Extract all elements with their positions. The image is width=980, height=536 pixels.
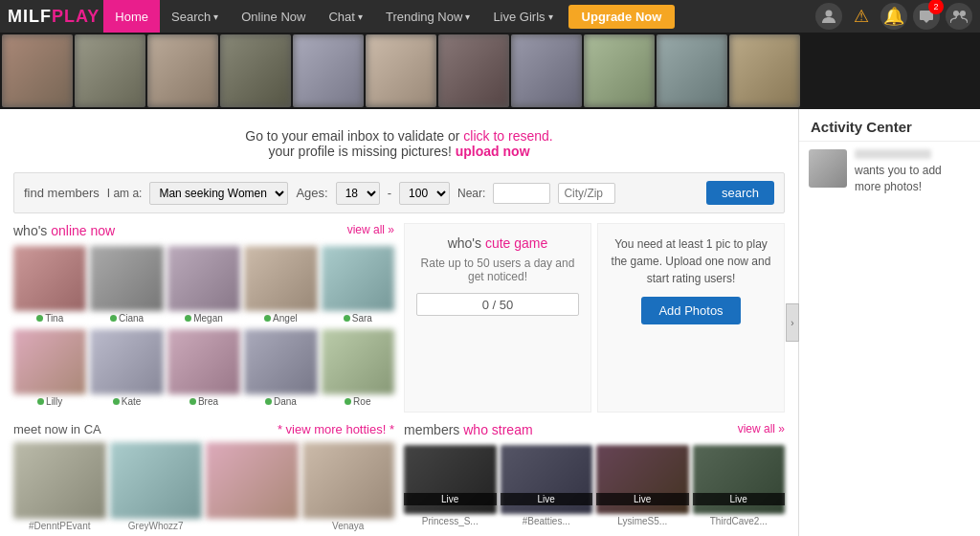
find-members-label: find members	[24, 186, 100, 200]
banner-thumb-7[interactable]	[438, 34, 509, 107]
add-photos-button[interactable]: Add Photos	[641, 297, 740, 324]
live-badge-3: Live	[596, 493, 689, 505]
svg-point-0	[826, 11, 833, 17]
live-badge-1: Live	[404, 493, 497, 505]
search-button[interactable]: search	[706, 181, 774, 205]
warning-icon[interactable]: ⚠	[848, 3, 875, 30]
nav-chat[interactable]: Chat ▾	[317, 0, 373, 33]
validation-banner: Go to your email inbox to validate or cl…	[13, 119, 785, 163]
stream-card-4[interactable]: Live ThirdCave2...	[693, 445, 786, 526]
cute-game-title: who's cute game	[416, 235, 579, 251]
member-card-7[interactable]: Kate	[90, 329, 163, 407]
need-photo-panel: You need at least 1 pic to play the game…	[597, 223, 785, 413]
member-card-1[interactable]: Tina	[13, 246, 86, 324]
main-content: Go to your email inbox to validate or cl…	[0, 109, 798, 536]
activity-center-header: Activity Center	[799, 109, 980, 142]
online-cute-row: who's online now view all » Tina Ciana M…	[13, 223, 785, 413]
cute-game-progress: 0 / 50	[416, 293, 579, 316]
profile-icon[interactable]	[815, 3, 842, 30]
online-view-all[interactable]: view all »	[347, 223, 394, 236]
upgrade-button[interactable]: Upgrade Now	[568, 5, 676, 29]
view-hotties-link[interactable]: * view more hotties! *	[278, 422, 394, 436]
stream-card-2[interactable]: Live #Beatties...	[501, 445, 593, 526]
stream-card-3[interactable]: Live LysimeS5...	[596, 445, 689, 526]
stream-card-1[interactable]: Live Princess_S...	[404, 445, 497, 526]
member-card-8[interactable]: Brea	[167, 329, 240, 407]
nav-live-girls-label: Live Girls	[493, 10, 545, 24]
cute-game-desc: Rate up to 50 users a day and get notice…	[416, 257, 579, 283]
activity-avatar-1	[809, 149, 847, 188]
people-icon[interactable]	[946, 3, 972, 30]
city-input[interactable]	[558, 183, 615, 204]
banner-thumb-1[interactable]	[2, 34, 73, 107]
banner-thumb-6[interactable]	[366, 34, 436, 107]
nav-trending-arrow: ▾	[465, 11, 470, 22]
near-label: Near:	[457, 187, 485, 200]
nav-live-girls[interactable]: Live Girls ▾	[481, 0, 564, 33]
meet-card-1[interactable]: #DenntPEvant	[13, 442, 106, 531]
member-card-9[interactable]: Dana	[244, 329, 317, 407]
meet-now-section: meet now in CA * view more hotties! * #D…	[13, 422, 394, 536]
need-photo-text: You need at least 1 pic to play the game…	[610, 235, 772, 287]
seeking-select[interactable]: Man seeking Women	[149, 182, 288, 205]
cute-game-panel: who's cute game Rate up to 50 users a da…	[404, 223, 591, 413]
age-max-select[interactable]: 100	[399, 182, 450, 205]
nav-search[interactable]: Search ▾	[160, 0, 230, 33]
nav-chat-label: Chat	[328, 10, 354, 24]
banner-thumb-11[interactable]	[729, 34, 800, 107]
stream-grid: Live Princess_S... Live #Beatties... Liv…	[404, 445, 785, 526]
meet-now-title: meet now in CA * view more hotties! *	[13, 422, 394, 436]
member-card-2[interactable]: Ciana	[90, 246, 163, 324]
age-dash: -	[388, 186, 391, 200]
banner-strip	[0, 33, 980, 109]
member-search-bar: find members I am a: Man seeking Women A…	[13, 172, 785, 213]
resend-link[interactable]: click to resend.	[463, 128, 552, 144]
logo: MILFPLAY	[8, 7, 100, 27]
member-card-10[interactable]: Roe	[322, 329, 394, 407]
online-now-section: who's online now view all » Tina Ciana M…	[13, 223, 394, 413]
live-badge-2: Live	[501, 493, 593, 505]
zip-input[interactable]: 95101	[493, 183, 550, 204]
member-grid-row1: Tina Ciana Megan Angel	[13, 246, 394, 324]
nav-home[interactable]: Home	[103, 0, 160, 33]
banner-thumb-8[interactable]	[511, 34, 582, 107]
banner-thumb-5[interactable]	[293, 34, 364, 107]
nav-online-now-label: Online Now	[241, 10, 305, 24]
member-card-4[interactable]: Angel	[244, 246, 317, 324]
meet-card-2[interactable]: GreyWhozz7	[110, 442, 203, 531]
activity-text-1: wants you to add more photos!	[855, 149, 970, 195]
main-wrapper: Go to your email inbox to validate or cl…	[0, 109, 980, 536]
activity-username	[855, 149, 931, 159]
nav-search-label: Search	[171, 10, 211, 24]
banner-thumb-9[interactable]	[584, 34, 655, 107]
member-card-6[interactable]: Lilly	[13, 329, 86, 407]
nav-right: ⚠ 🔔 2	[815, 3, 972, 30]
member-grid-row2: Lilly Kate Brea Dana	[13, 329, 394, 407]
notification-bell[interactable]: 🔔	[880, 3, 907, 30]
messages-icon[interactable]: 2	[913, 3, 940, 30]
ages-label: Ages:	[296, 186, 327, 200]
member-card-3[interactable]: Megan	[167, 246, 240, 324]
member-card-5[interactable]: Sara	[322, 246, 394, 324]
cute-game-section: who's cute game Rate up to 50 users a da…	[404, 223, 785, 413]
banner-thumb-3[interactable]	[147, 34, 218, 107]
banner-thumb-2[interactable]	[75, 34, 145, 107]
nav-online-now[interactable]: Online Now	[230, 0, 317, 33]
banner-thumb-10[interactable]	[657, 34, 727, 107]
meet-card-4[interactable]: Venaya	[302, 442, 395, 531]
banner-thumb-4[interactable]	[220, 34, 291, 107]
i-am-label: I am a:	[107, 187, 143, 200]
meet-grid: #DenntPEvant GreyWhozz7 Venaya	[13, 442, 394, 531]
stream-section: members who stream view all » Live Princ…	[404, 422, 785, 536]
navbar: MILFPLAY Home Search ▾ Online Now Chat ▾…	[0, 0, 980, 33]
stream-view-all[interactable]: view all »	[738, 422, 785, 436]
age-min-select[interactable]: 18	[336, 182, 380, 205]
sidebar-collapse-button[interactable]: ›	[786, 303, 799, 342]
nav-home-label: Home	[115, 10, 148, 24]
bottom-row: meet now in CA * view more hotties! * #D…	[13, 422, 785, 536]
nav-trending-label: Trending Now	[386, 10, 462, 24]
nav-trending[interactable]: Trending Now ▾	[374, 0, 481, 33]
meet-card-3[interactable]	[206, 442, 299, 531]
upload-link[interactable]: upload now	[456, 144, 530, 159]
nav-live-girls-arrow: ▾	[548, 11, 553, 22]
